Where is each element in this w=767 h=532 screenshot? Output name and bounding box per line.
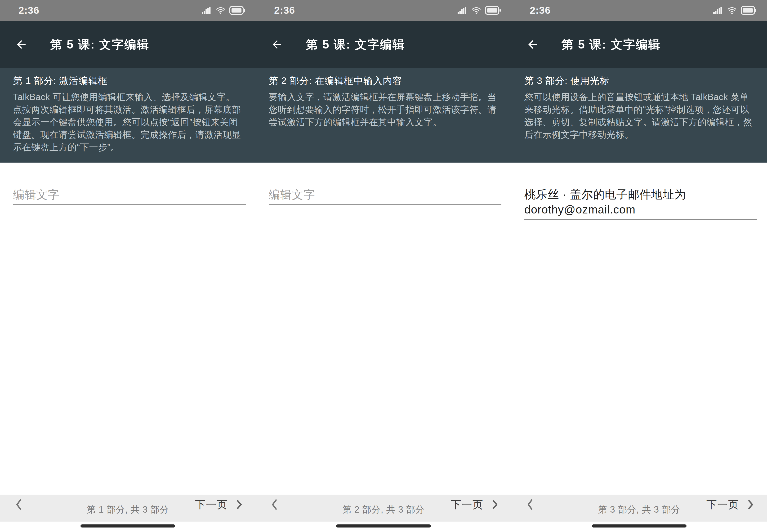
section-description: 您可以使用设备上的音量按钮或通过本地 TalkBack 菜单来移动光标。借助此菜…	[524, 91, 754, 141]
bottom-navigation-bar: 第 1 部分, 共 3 部分 下一页	[0, 495, 256, 522]
edit-text-value: 桃乐丝 · 盖尔的电子邮件地址为 dorothy@ozmail.com	[524, 188, 686, 216]
chevron-right-icon	[492, 500, 498, 509]
page-title: 第 5 课: 文字编辑	[50, 37, 149, 53]
lesson-section: 第 3 部分: 使用光标 您可以使用设备上的音量按钮或通过本地 TalkBack…	[511, 68, 767, 163]
app-bar: 第 5 课: 文字编辑	[0, 21, 256, 68]
next-page-button[interactable]: 下一页	[706, 498, 753, 512]
section-title: 第 3 部分: 使用光标	[524, 74, 754, 88]
edit-text-field[interactable]	[13, 187, 246, 205]
next-page-button[interactable]: 下一页	[451, 498, 498, 512]
back-arrow-icon	[271, 38, 283, 51]
previous-page-button[interactable]	[527, 499, 533, 510]
page-progress-label: 第 2 部分, 共 3 部分	[342, 504, 425, 516]
home-indicator[interactable]	[592, 524, 687, 528]
status-time: 2:36	[511, 5, 551, 16]
battery-icon	[485, 6, 501, 15]
page-title: 第 5 课: 文字编辑	[562, 37, 661, 53]
chevron-right-icon	[237, 500, 242, 509]
signal-icon	[713, 7, 723, 14]
phone-panel-1: 2:36 第 5 课: 文字编辑 第 1 部分: 激活编辑框 TalkBack …	[0, 0, 256, 532]
lesson-section: 第 1 部分: 激活编辑框 TalkBack 可让您使用编辑框来输入、选择及编辑…	[0, 68, 256, 163]
page-progress-label: 第 1 部分, 共 3 部分	[87, 504, 169, 516]
phone-panel-2: 2:36 第 5 课: 文字编辑 第 2 部分: 在编辑框中输入内容 要输入文字…	[256, 0, 511, 532]
home-indicator[interactable]	[80, 524, 175, 528]
section-title: 第 2 部分: 在编辑框中输入内容	[269, 74, 498, 88]
page-progress-label: 第 3 部分, 共 3 部分	[598, 504, 680, 516]
triple-screenshot-canvas: 2:36 第 5 课: 文字编辑 第 1 部分: 激活编辑框 TalkBack …	[0, 0, 767, 532]
back-arrow-icon	[526, 38, 539, 51]
section-title: 第 1 部分: 激活编辑框	[13, 74, 243, 88]
gesture-bar-area	[256, 522, 511, 532]
next-page-label: 下一页	[451, 498, 483, 512]
back-button[interactable]	[270, 37, 284, 52]
battery-icon	[229, 6, 245, 15]
status-bar: 2:36	[256, 0, 511, 21]
status-icons	[713, 6, 767, 15]
signal-icon	[202, 7, 212, 14]
back-arrow-icon	[15, 38, 28, 51]
app-bar: 第 5 课: 文字编辑	[511, 21, 767, 68]
chevron-left-icon	[271, 499, 277, 510]
chevron-left-icon	[527, 499, 533, 510]
previous-page-button[interactable]	[16, 499, 21, 510]
section-description: 要输入文字，请激活编辑框并在屏幕键盘上移动手指。当您听到想要输入的字符时，松开手…	[269, 91, 498, 129]
back-button[interactable]	[526, 37, 540, 52]
back-button[interactable]	[14, 37, 28, 52]
lesson-section: 第 2 部分: 在编辑框中输入内容 要输入文字，请激活编辑框并在屏幕键盘上移动手…	[256, 68, 511, 163]
app-bar: 第 5 课: 文字编辑	[256, 21, 511, 68]
status-icons	[202, 6, 256, 15]
content-area: 桃乐丝 · 盖尔的电子邮件地址为 dorothy@ozmail.com	[511, 163, 767, 495]
status-bar: 2:36	[0, 0, 256, 21]
bottom-navigation-bar: 第 2 部分, 共 3 部分 下一页	[256, 495, 511, 522]
gesture-bar-area	[0, 522, 256, 532]
chevron-right-icon	[748, 500, 753, 509]
next-page-button[interactable]: 下一页	[195, 498, 242, 512]
next-page-label: 下一页	[195, 498, 228, 512]
section-description: TalkBack 可让您使用编辑框来输入、选择及编辑文字。点按两次编辑框即可将其…	[13, 91, 243, 154]
phone-panel-3: 2:36 第 5 课: 文字编辑 第 3 部分: 使用光标 您可以使用设备上的音…	[511, 0, 767, 532]
previous-page-button[interactable]	[271, 499, 277, 510]
edit-text-field[interactable]: 桃乐丝 · 盖尔的电子邮件地址为 dorothy@ozmail.com	[524, 187, 757, 220]
wifi-icon	[472, 6, 481, 14]
chevron-left-icon	[16, 499, 21, 510]
status-time: 2:36	[256, 5, 295, 16]
battery-icon	[741, 6, 756, 15]
signal-icon	[458, 7, 468, 14]
status-time: 2:36	[0, 5, 39, 16]
content-area	[0, 163, 256, 495]
content-area	[256, 163, 511, 495]
status-bar: 2:36	[511, 0, 767, 21]
wifi-icon	[216, 6, 225, 14]
status-icons	[458, 6, 511, 15]
edit-text-field[interactable]	[269, 187, 501, 205]
gesture-bar-area	[511, 522, 767, 532]
wifi-icon	[727, 6, 737, 14]
home-indicator[interactable]	[336, 524, 431, 528]
page-title: 第 5 课: 文字编辑	[306, 37, 405, 53]
next-page-label: 下一页	[706, 498, 739, 512]
bottom-navigation-bar: 第 3 部分, 共 3 部分 下一页	[511, 495, 767, 522]
